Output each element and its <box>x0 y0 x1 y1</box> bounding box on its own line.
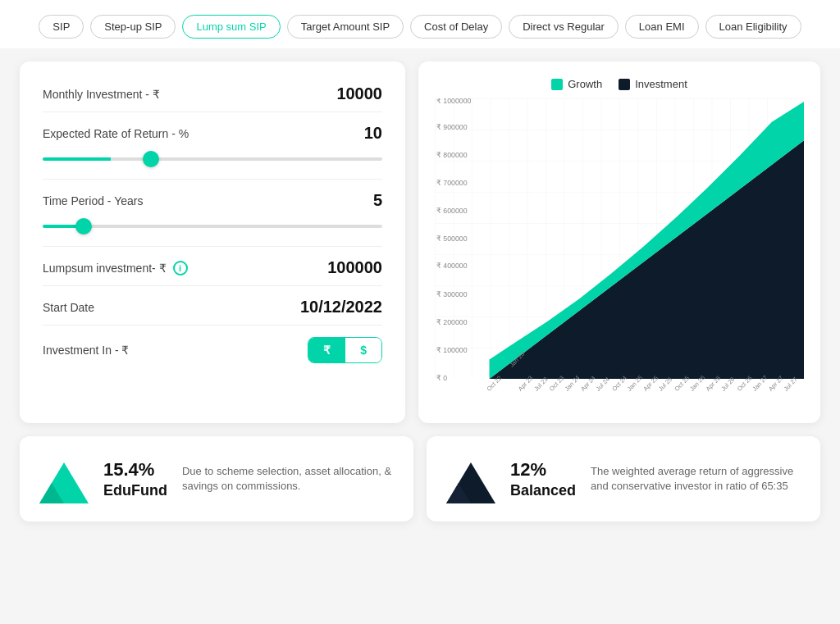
top-row: Monthly Investment - ₹ 10000 Expected Ra… <box>20 61 820 423</box>
divider-4 <box>43 285 382 286</box>
nav-tab-step-up-sip[interactable]: Step-up SIP <box>90 15 176 39</box>
svg-text:₹ 500000: ₹ 500000 <box>436 234 468 242</box>
nav-tab-target-amount-sip[interactable]: Target Amount SIP <box>287 15 404 39</box>
legend-investment: Investment <box>619 78 687 90</box>
currency-toggle: ₹ $ <box>308 337 382 363</box>
nav-bar: SIPStep-up SIPLump sum SIPTarget Amount … <box>0 0 840 48</box>
balanced-desc: The weighted average return of aggressiv… <box>591 464 801 494</box>
nav-tab-cost-of-delay[interactable]: Cost of Delay <box>410 15 502 39</box>
nav-tab-loan-emi[interactable]: Loan EMI <box>625 15 699 39</box>
edufund-percent: 15.4% <box>103 459 167 481</box>
rate-slider-wrap[interactable] <box>43 149 382 164</box>
currency-inr-button[interactable]: ₹ <box>308 338 345 362</box>
edufund-icon <box>39 454 89 503</box>
nav-tab-loan-eligibility[interactable]: Loan Eligibility <box>705 15 801 39</box>
expected-rate-label: Expected Rate of Return - % <box>43 127 189 140</box>
time-slider-wrap[interactable] <box>43 216 382 231</box>
lumpsum-row: Lumpsum investment- ₹ i 100000 <box>43 258 382 277</box>
time-period-label: Time Period - Years <box>43 194 143 207</box>
monthly-investment-row: Monthly Investment - ₹ 10000 <box>43 84 382 103</box>
balanced-name: Balanced <box>510 482 576 499</box>
lumpsum-label-wrap: Lumpsum investment- ₹ i <box>43 261 188 276</box>
svg-text:₹ 0: ₹ 0 <box>436 374 447 382</box>
svg-text:₹ 600000: ₹ 600000 <box>436 206 468 214</box>
edufund-desc: Due to scheme selection, asset allocatio… <box>182 464 394 494</box>
nav-tab-sip[interactable]: SIP <box>39 15 84 39</box>
investment-dot <box>619 79 630 90</box>
nav-tab-direct-vs-regular[interactable]: Direct vs Regular <box>509 15 619 39</box>
legend-growth-label: Growth <box>568 78 602 90</box>
rate-slider[interactable] <box>43 157 382 161</box>
start-date-value: 10/12/2022 <box>300 298 382 317</box>
start-date-label: Start Date <box>43 301 94 314</box>
balanced-info: 12% Balanced <box>510 459 576 499</box>
lumpsum-value: 100000 <box>327 258 382 277</box>
svg-text:₹ 800000: ₹ 800000 <box>436 151 468 159</box>
edufund-name: EduFund <box>103 482 167 499</box>
edufund-card: 15.4% EduFund Due to scheme selection, a… <box>20 436 413 522</box>
bottom-row: 15.4% EduFund Due to scheme selection, a… <box>20 436 820 522</box>
svg-text:₹ 300000: ₹ 300000 <box>436 290 468 298</box>
balanced-percent: 12% <box>510 459 576 481</box>
growth-dot <box>551 79 563 90</box>
svg-text:₹ 200000: ₹ 200000 <box>436 318 468 326</box>
main-content: Monthly Investment - ₹ 10000 Expected Ra… <box>0 48 840 535</box>
legend-growth: Growth <box>551 78 602 90</box>
svg-text:₹ 900000: ₹ 900000 <box>436 123 468 131</box>
right-card: Growth Investment ₹ 0 <box>418 61 820 423</box>
expected-rate-value: 10 <box>364 124 382 143</box>
investment-in-label: Investment In - ₹ <box>43 344 129 357</box>
svg-text:₹ 400000: ₹ 400000 <box>436 262 468 270</box>
chart-svg: ₹ 0 ₹ 100000 ₹ 200000 ₹ 300000 ₹ 400000 … <box>435 98 804 410</box>
investment-in-row: Investment In - ₹ ₹ $ <box>43 337 382 363</box>
time-slider[interactable] <box>43 225 382 228</box>
divider-5 <box>43 325 382 326</box>
legend-investment-label: Investment <box>635 78 687 90</box>
divider-2 <box>43 179 382 180</box>
monthly-investment-value: 10000 <box>336 84 382 103</box>
lumpsum-label: Lumpsum investment- ₹ <box>43 262 167 275</box>
nav-tab-lump-sum-sip[interactable]: Lump sum SIP <box>182 15 280 39</box>
balanced-icon <box>446 454 495 503</box>
divider-1 <box>43 112 382 112</box>
svg-text:₹ 100000: ₹ 100000 <box>436 346 468 354</box>
divider-3 <box>43 246 382 247</box>
currency-usd-button[interactable]: $ <box>345 338 381 362</box>
chart-area: ₹ 0 ₹ 100000 ₹ 200000 ₹ 300000 ₹ 400000 … <box>435 98 804 410</box>
svg-text:₹ 700000: ₹ 700000 <box>436 179 468 187</box>
monthly-investment-label: Monthly Investment - ₹ <box>43 88 160 101</box>
start-date-row: Start Date 10/12/2022 <box>43 298 382 317</box>
time-period-row: Time Period - Years 5 <box>43 191 382 210</box>
expected-rate-row: Expected Rate of Return - % 10 <box>43 124 382 143</box>
time-period-value: 5 <box>373 191 382 210</box>
edufund-info: 15.4% EduFund <box>103 459 167 499</box>
chart-legend: Growth Investment <box>435 78 804 90</box>
svg-text:₹ 1000000: ₹ 1000000 <box>436 98 472 105</box>
balanced-card: 12% Balanced The weighted average return… <box>427 436 820 522</box>
left-card: Monthly Investment - ₹ 10000 Expected Ra… <box>20 61 405 423</box>
lumpsum-info-icon[interactable]: i <box>173 261 188 276</box>
